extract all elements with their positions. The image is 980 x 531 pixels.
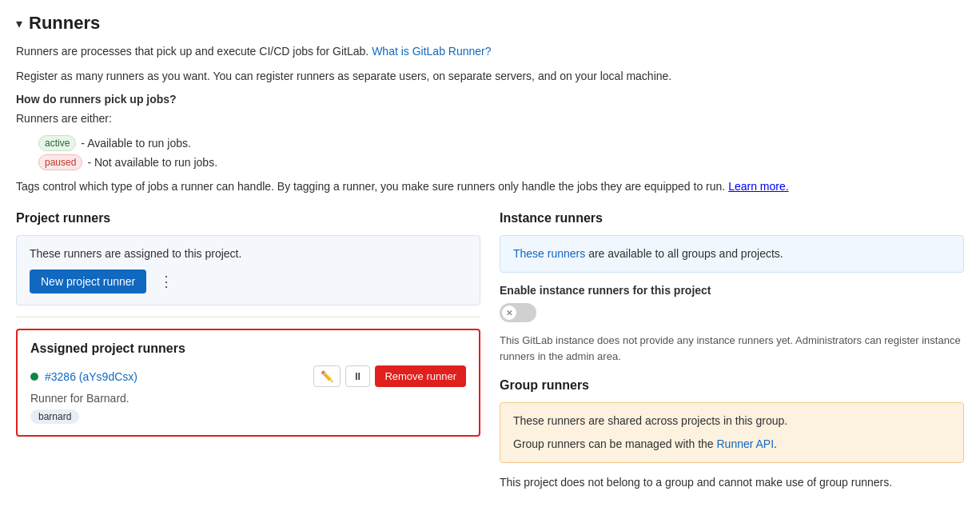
active-runner-item: active - Available to run jobs. [38, 135, 964, 151]
instance-info-rest: are available to all groups and projects… [585, 247, 783, 260]
page-title: Runners [29, 13, 100, 34]
enable-instance-runners-toggle-container: Enable instance runners for this project… [500, 284, 964, 364]
edit-icon: ✏️ [321, 370, 333, 382]
runners-either-text: Runners are either: [16, 110, 964, 127]
runner-tag: barnard [30, 409, 79, 424]
pause-icon: ⏸ [353, 370, 363, 382]
group-runners-box-text1: These runners are shared across projects… [513, 413, 950, 429]
intro-line1: Runners are processes that pick up and e… [16, 43, 964, 60]
intro-line2: Register as many runners as you want. Yo… [16, 68, 964, 85]
paused-description: - Not available to run jobs. [87, 156, 217, 169]
toggle-label: Enable instance runners for this project [500, 284, 964, 297]
paused-badge: paused [38, 154, 82, 170]
how-runners-heading: How do runners pick up jobs? [16, 93, 964, 106]
what-is-gitlab-runner-link[interactable]: What is GitLab Runner? [372, 45, 491, 58]
project-runners-box-text: These runners are assigned to this proje… [30, 247, 467, 260]
these-runners-link[interactable]: These runners [513, 247, 585, 260]
more-options-button[interactable]: ⋮ [154, 269, 178, 293]
assigned-project-runners-section: Assigned project runners #3286 (aYs9dCsx… [16, 329, 480, 437]
project-runners-box: These runners are assigned to this proje… [16, 235, 480, 305]
toggle-off-icon: ✕ [506, 309, 512, 317]
edit-runner-button[interactable]: ✏️ [313, 365, 341, 387]
section-divider [16, 317, 480, 317]
paused-runner-item: paused - Not available to run jobs. [38, 154, 964, 170]
tags-note: Tags control which type of jobs a runner… [16, 178, 964, 195]
active-description: - Available to run jobs. [81, 137, 191, 150]
runner-row: #3286 (aYs9dCsx) ✏️ ⏸ Remove runner [30, 365, 466, 387]
right-column: Instance runners These runners are avail… [500, 211, 964, 499]
group-runners-box-text2: Group runners can be managed with the Ru… [513, 436, 950, 453]
instance-runners-heading: Instance runners [500, 211, 964, 226]
assigned-runners-heading: Assigned project runners [30, 341, 466, 356]
runner-actions: ✏️ ⏸ Remove runner [313, 365, 466, 387]
instance-runners-note: This GitLab instance does not provide an… [500, 333, 964, 364]
runner-info: #3286 (aYs9dCsx) [30, 370, 137, 383]
runner-active-dot [30, 373, 38, 381]
runner-description: Runner for Barnard. [30, 392, 466, 405]
project-runners-section: Project runners These runners are assign… [16, 211, 480, 499]
active-badge: active [38, 135, 76, 151]
remove-runner-button[interactable]: Remove runner [375, 365, 466, 387]
pause-runner-button[interactable]: ⏸ [345, 365, 370, 387]
instance-runners-info-box: These runners are available to all group… [500, 235, 964, 273]
project-runners-heading: Project runners [16, 211, 480, 226]
runner-api-link[interactable]: Runner API [717, 437, 775, 450]
enable-instance-runners-toggle[interactable]: ✕ [500, 303, 536, 322]
new-project-runner-button[interactable]: New project runner [30, 269, 146, 293]
group-runners-heading: Group runners [500, 378, 964, 393]
group-runners-info-box: These runners are shared across projects… [500, 402, 964, 463]
learn-more-link[interactable]: Learn more. [728, 180, 788, 193]
group-runners-note: This project does not belong to a group … [500, 474, 964, 491]
runner-id-link[interactable]: #3286 (aYs9dCsx) [45, 370, 137, 383]
runner-status-list: active - Available to run jobs. paused -… [38, 135, 964, 170]
chevron-down-icon[interactable]: ▾ [16, 16, 22, 31]
